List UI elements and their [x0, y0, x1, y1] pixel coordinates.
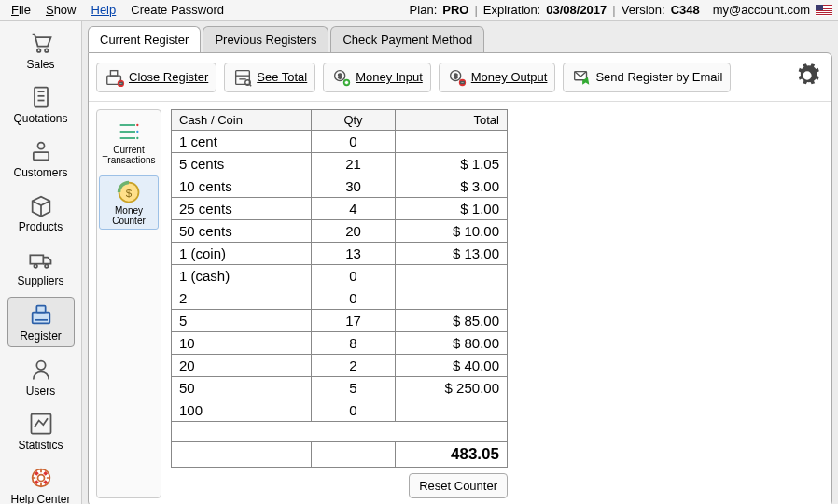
plan-value: PRO [442, 3, 468, 17]
cell-denom: 100 [172, 399, 312, 422]
table-row[interactable]: 1 cent0 [172, 131, 508, 153]
svg-rect-7 [33, 152, 48, 160]
cell-qty[interactable]: 21 [312, 153, 396, 175]
button-label: Money Output [471, 70, 548, 84]
version-label: Version: [622, 3, 665, 17]
money-out-icon: $ [447, 67, 468, 88]
svg-text:$: $ [126, 187, 133, 199]
menu-file[interactable]: File [6, 1, 36, 19]
cell-qty[interactable]: 30 [312, 175, 396, 198]
cell-qty[interactable]: 8 [312, 332, 396, 355]
cell-total: $ 13.00 [396, 243, 508, 265]
cell-qty[interactable]: 5 [312, 377, 396, 399]
table-row[interactable]: 505$ 250.00 [172, 377, 508, 399]
nav-label: Statistics [18, 439, 63, 452]
cell-qty[interactable]: 4 [312, 198, 396, 220]
money-input-button[interactable]: $ Money Input [323, 63, 431, 92]
cell-total: $ 3.00 [396, 175, 508, 198]
cell-qty[interactable]: 13 [312, 243, 396, 265]
money-output-button[interactable]: $ Money Output [439, 63, 556, 92]
button-label: Money Input [356, 70, 423, 84]
nav-sales[interactable]: Sales [7, 26, 75, 75]
table-row[interactable]: 25 cents4$ 1.00 [172, 198, 508, 220]
svg-point-0 [36, 49, 40, 52]
svg-rect-9 [30, 255, 43, 263]
table-row[interactable]: 1 (coin)13$ 13.00 [172, 243, 508, 265]
tab-previous-registers[interactable]: Previous Registers [203, 26, 328, 52]
truck-icon [27, 246, 55, 273]
email-icon [571, 67, 592, 88]
cell-qty[interactable]: 0 [312, 265, 396, 287]
button-label: Send Register by Email [595, 70, 722, 84]
separator: | [474, 3, 477, 17]
svg-point-39 [136, 124, 138, 126]
nav-suppliers[interactable]: Suppliers [7, 243, 75, 291]
cell-denom: 20 [172, 355, 312, 377]
sub-sidebar: Current Transactions $ Money Counter [96, 109, 161, 498]
toolbar: Close Register See Total $ Money Input $… [89, 53, 831, 102]
money-table: Cash / Coin Qty Total 1 cent05 cents21$ … [171, 109, 508, 468]
cell-qty[interactable]: 20 [312, 220, 396, 243]
cell-qty[interactable]: 0 [312, 287, 396, 310]
table-header-row: Cash / Coin Qty Total [172, 110, 508, 131]
nav-customers[interactable]: Customers [7, 134, 75, 183]
expiration-label: Expiration: [483, 3, 540, 17]
table-row[interactable]: 10 cents30$ 3.00 [172, 175, 508, 198]
box-icon [27, 192, 55, 218]
nav-statistics[interactable]: Statistics [7, 407, 75, 455]
cell-qty[interactable]: 17 [312, 310, 396, 332]
version-value: C348 [671, 3, 700, 17]
flag-us-icon[interactable] [816, 5, 832, 16]
nav-register[interactable]: Register [7, 297, 75, 347]
table-row[interactable]: 517$ 85.00 [172, 310, 508, 332]
settings-button[interactable] [790, 59, 824, 95]
sub-item-current-transactions[interactable]: Current Transactions [99, 116, 159, 168]
cell-qty[interactable]: 0 [312, 399, 396, 422]
sub-item-label: Money Counter [103, 205, 155, 226]
table-row[interactable]: 1000 [172, 399, 508, 422]
table-row[interactable]: 108$ 80.00 [172, 332, 508, 355]
table-row[interactable]: 50 cents20$ 10.00 [172, 220, 508, 243]
lifebuoy-icon [27, 465, 55, 491]
table-row[interactable]: 5 cents21$ 1.05 [172, 153, 508, 175]
gear-icon [794, 63, 820, 89]
cell-denom: 50 [172, 377, 312, 399]
cell-total [396, 131, 508, 153]
nav-help-center[interactable]: Help Center [7, 461, 75, 504]
account-email[interactable]: my@account.com [713, 3, 810, 17]
menu-create-password[interactable]: Create Password [125, 1, 230, 19]
menubar: File Show Help Create Password Plan: PRO… [0, 0, 838, 21]
svg-rect-22 [119, 82, 123, 84]
tab-check-payment-method[interactable]: Check Payment Method [330, 26, 484, 52]
cell-total: $ 85.00 [396, 310, 508, 332]
sub-item-money-counter[interactable]: $ Money Counter [99, 175, 159, 230]
cell-qty[interactable]: 0 [312, 131, 396, 153]
close-register-button[interactable]: Close Register [96, 63, 216, 92]
chart-icon [27, 411, 55, 437]
menu-show[interactable]: Show [40, 1, 82, 19]
cell-denom: 1 (cash) [172, 265, 312, 287]
nav-quotations[interactable]: Quotations [7, 80, 75, 129]
cell-qty[interactable]: 2 [312, 355, 396, 377]
cell-denom: 1 (coin) [172, 243, 312, 265]
nav-users[interactable]: Users [7, 353, 75, 401]
table-row[interactable]: 20 [172, 287, 508, 310]
svg-line-27 [250, 84, 252, 86]
tab-current-register[interactable]: Current Register [88, 26, 201, 52]
nav-label: Products [19, 220, 63, 233]
svg-rect-2 [35, 88, 48, 107]
customer-icon [27, 138, 55, 164]
see-total-button[interactable]: See Total [224, 63, 315, 92]
table-row[interactable]: 1 (cash)0 [172, 265, 508, 287]
cell-denom: 5 [172, 310, 312, 332]
cart-icon [27, 30, 55, 56]
transactions-icon [115, 119, 143, 145]
table-row[interactable]: 202$ 40.00 [172, 355, 508, 377]
send-register-email-button[interactable]: Send Register by Email [563, 63, 731, 92]
svg-rect-12 [32, 313, 49, 324]
nav-products[interactable]: Products [7, 189, 75, 237]
header-denom: Cash / Coin [172, 110, 312, 131]
reset-counter-button[interactable]: Reset Counter [409, 473, 508, 498]
cell-total [396, 265, 508, 287]
menu-help[interactable]: Help [86, 1, 122, 19]
